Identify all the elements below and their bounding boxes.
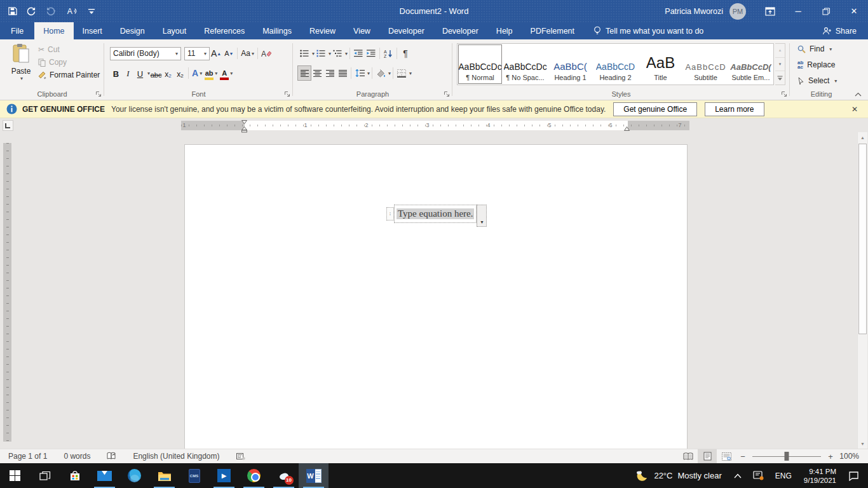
superscript-button[interactable]: x2 [174, 67, 186, 80]
styles-dialog-launcher[interactable] [781, 91, 787, 97]
tab-layout[interactable]: Layout [154, 22, 196, 39]
web-layout-view-button[interactable] [717, 449, 736, 463]
taskbar-item-cms-app[interactable]: CMS [179, 463, 209, 488]
vertical-scrollbar[interactable]: ▲ ▼ [857, 132, 867, 449]
select-button[interactable]: Select ▾ [797, 76, 837, 85]
style-subtitle[interactable]: AaBbCcD Subtitle [683, 44, 728, 85]
taskbar-item-word[interactable]: W [299, 463, 329, 488]
proofing-status-icon[interactable] [98, 449, 125, 463]
style-subtle-emphasis[interactable]: AaBbCcD( Subtle Em... [728, 44, 773, 85]
taskbar-item-video-app[interactable]: ▶ [209, 463, 239, 488]
bullets-button[interactable] [298, 46, 311, 60]
style-title[interactable]: AaB Title [638, 44, 683, 85]
zoom-out-button[interactable]: − [736, 452, 750, 461]
notification-close-icon[interactable]: ✕ [851, 105, 858, 114]
tray-input-indicator-icon[interactable] [747, 463, 770, 488]
collapse-ribbon-icon[interactable] [855, 92, 862, 97]
macro-recording-icon[interactable] [228, 449, 254, 463]
increase-indent-button[interactable] [365, 46, 377, 60]
tray-chevron-icon[interactable] [728, 463, 747, 488]
zoom-slider-thumb[interactable] [785, 452, 789, 461]
style-heading-2[interactable]: AaBbCcD Heading 2 [593, 44, 638, 85]
get-genuine-office-button[interactable]: Get genuine Office [613, 102, 697, 116]
styles-scroll-down-icon[interactable]: ▾ [775, 58, 785, 72]
undo-icon[interactable] [45, 6, 58, 16]
first-line-indent-marker[interactable] [241, 120, 247, 125]
show-hide-pilcrow-button[interactable]: ¶ [399, 46, 412, 60]
highlight-button[interactable]: ab ▾ [203, 66, 219, 80]
taskbar-item-store[interactable] [60, 463, 90, 488]
share-button[interactable]: Share [811, 22, 868, 39]
page-indicator[interactable]: Page 1 of 1 [0, 449, 55, 463]
paragraph-dialog-launcher[interactable] [444, 91, 450, 97]
taskbar-item-app-with-badge[interactable]: 10 [269, 463, 299, 488]
hanging-indent-marker[interactable] [241, 126, 247, 133]
tab-developer-2[interactable]: Developer [433, 22, 487, 39]
read-aloud-icon[interactable]: A [67, 6, 79, 16]
format-painter-button[interactable]: Format Painter [38, 71, 100, 79]
horizontal-ruler[interactable]: 1 1 2 3 4 5 6 7 [181, 121, 689, 130]
font-dialog-launcher[interactable] [284, 91, 290, 97]
align-right-button[interactable] [323, 66, 336, 80]
bold-button[interactable]: B [110, 67, 122, 80]
tab-design[interactable]: Design [111, 22, 154, 39]
decrease-indent-button[interactable] [352, 46, 365, 60]
shading-button[interactable] [374, 66, 387, 80]
action-center-icon[interactable] [843, 463, 868, 488]
align-left-button[interactable] [298, 66, 311, 80]
restore-button[interactable] [812, 0, 840, 22]
taskbar-item-file-explorer[interactable] [149, 463, 179, 488]
avatar[interactable]: PM [729, 3, 746, 20]
grow-font-button[interactable]: A▲ [210, 46, 222, 60]
save-icon[interactable] [8, 6, 17, 16]
clock[interactable]: 9:41 PM 9/19/2021 [797, 467, 843, 485]
paste-button[interactable]: Paste ▾ [6, 43, 36, 90]
font-size-combo[interactable]: 11 ▾ [184, 47, 210, 60]
redo-icon[interactable] [26, 6, 36, 16]
zoom-in-button[interactable]: + [824, 452, 837, 461]
tab-mailings[interactable]: Mailings [254, 22, 301, 39]
equation-dropdown-icon[interactable]: ▼ [477, 205, 487, 227]
scroll-up-icon[interactable]: ▲ [858, 132, 867, 142]
right-indent-marker[interactable] [624, 126, 630, 131]
tab-stop-selector[interactable] [3, 120, 13, 131]
read-mode-view-button[interactable] [679, 449, 698, 463]
multilevel-list-button[interactable] [331, 46, 344, 60]
minimize-button[interactable]: ─ [784, 0, 812, 22]
tab-pdfelement[interactable]: PDFelement [522, 22, 583, 39]
tab-developer-1[interactable]: Developer [379, 22, 433, 39]
justify-button[interactable] [336, 66, 349, 80]
weather-widget[interactable]: 22°C Mostly clear [628, 469, 728, 483]
style-heading-1[interactable]: AaBbC( Heading 1 [548, 44, 593, 85]
tab-help[interactable]: Help [487, 22, 522, 39]
numbering-button[interactable] [315, 46, 327, 60]
font-color-button[interactable]: A ▾ [219, 66, 234, 80]
copy-button[interactable]: Copy [38, 58, 100, 67]
equation-control[interactable]: ⁞ Type equation here. ▼ [386, 205, 487, 227]
borders-button[interactable] [395, 66, 408, 80]
zoom-slider[interactable] [752, 456, 821, 457]
language-indicator[interactable]: English (United Kingdom) [125, 449, 227, 463]
ribbon-display-options-icon[interactable] [756, 0, 784, 22]
subscript-button[interactable]: x2 [162, 67, 174, 80]
equation-placeholder-box[interactable]: Type equation here. [394, 205, 477, 223]
user-name[interactable]: Patricia Mworozi [665, 7, 723, 16]
strikethrough-button[interactable]: abc [150, 67, 162, 80]
close-button[interactable]: ✕ [840, 0, 868, 22]
cut-button[interactable]: ✂ Cut [38, 45, 100, 54]
scroll-down-icon[interactable]: ▼ [858, 438, 867, 449]
replace-button[interactable]: ab ac Replace [797, 60, 835, 69]
change-case-button[interactable]: Aa▾ [240, 46, 255, 60]
styles-more-icon[interactable] [775, 71, 785, 85]
scrollbar-thumb[interactable] [858, 144, 867, 334]
language-switcher[interactable]: ENG [770, 463, 797, 488]
styles-scroll-up-icon[interactable]: ▴ [775, 44, 785, 58]
learn-more-button[interactable]: Learn more [705, 102, 764, 116]
text-effects-button[interactable]: A▾ [191, 66, 203, 80]
vertical-ruler[interactable] [3, 143, 11, 442]
start-button[interactable] [0, 463, 30, 488]
customize-qat-icon[interactable] [88, 8, 95, 15]
word-count[interactable]: 0 words [55, 449, 98, 463]
clipboard-dialog-launcher[interactable] [95, 91, 102, 97]
clear-formatting-button[interactable]: A [260, 46, 273, 60]
